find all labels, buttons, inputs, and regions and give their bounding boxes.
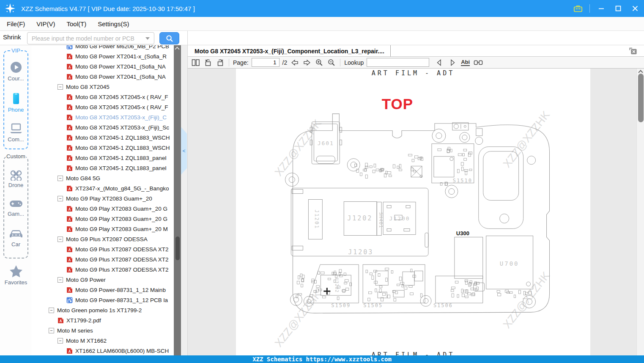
tree-group-row[interactable]: −Moto G8 XT2045 [32,82,174,92]
sidebar-item-game[interactable]: Gam... [4,198,27,217]
tree-file-row[interactable]: Moto G8 Power XT2041-x_(Sofia_R [32,51,174,61]
pcb-component-location-diagram: J601 J1201 J1202 SH401 J1200 J1203 U700 … [236,69,590,355]
tree-file-row[interactable]: XT1799-2.pdf [32,315,174,325]
tree-file-row[interactable]: XT2347-x_(Moto_g84_5G_-_Bangko [32,183,174,193]
tree-file-row[interactable]: Moto G8 XT2045 XT2053-x_(Fiji)_C [32,112,174,122]
menu-tool[interactable]: Tool(T) [67,20,87,28]
tree-item-label: Moto G8 Power M6206_MB_P2 PCB [75,45,169,50]
tree-group-row[interactable]: −Moto G9 Plus XT2087 ODESSA [32,234,174,244]
tree-scrollbar[interactable] [174,45,181,355]
sidebar-item-drone[interactable]: Drone [4,167,27,188]
tree-file-row[interactable]: Moto G8 XT2045 XT2045-x ( RAV_F [32,92,174,102]
zoom-in-icon[interactable] [315,58,324,67]
collapse-minus-icon[interactable]: − [58,84,63,90]
pdf-file-icon [66,287,73,293]
license-briefcase-icon[interactable] [573,3,584,14]
ref-sh401: SH401 [378,212,384,228]
close-document-icon[interactable] [628,47,638,55]
tree-item-label: Moto G8 XT2045 XT2045-x ( RAV_F [75,104,168,110]
tree-file-row[interactable]: XT1662 LLAM600B(L6000) MB-SCH [32,346,174,355]
tree-file-row[interactable]: Moto G8 XT2045-1 ZQL1883_WSCH [32,132,174,143]
tree-file-row[interactable]: Moto G9 Play XT2083 Guam+_20 M [32,224,174,234]
rotate-left-icon[interactable] [203,58,213,67]
tree-file-row[interactable]: Moto G8 XT2045 XT2045-x ( RAV_F [32,102,174,112]
ref-j601: J601 [318,140,334,146]
sidebar-item-computer[interactable]: Com... [4,122,27,143]
tree-file-row[interactable]: Moto G8 XT2045-1 ZQL1883_WSCH [32,143,174,153]
pdf-content-area[interactable]: ART FILM - ADT TOP XZZ@XZZHK XZZ@XZZHK X… [188,69,644,355]
tree-item-label: Moto G9 Power [66,277,106,283]
pdf-file-icon [66,94,73,100]
page-label: Page: [233,59,249,66]
rotate-right-icon[interactable] [216,58,225,67]
tree-file-row[interactable]: Moto G9 Plus XT2087 ODESSA XT2 [32,254,174,264]
collapse-minus-icon[interactable]: − [58,338,63,344]
document-tab[interactable]: Moto G8 XT2045 XT2053-x_(Fiji)_Component… [195,45,391,57]
collapse-panel-handle[interactable]: < [181,127,187,175]
tree-item-label: XT2347-x_(Moto_g84_5G_-_Bangko [75,185,169,192]
model-search-input[interactable] [27,32,154,44]
splitter[interactable] [181,45,187,355]
collapse-minus-icon[interactable]: − [49,308,54,313]
sidebar-item-car[interactable]: Car [4,228,27,248]
menu-vip[interactable]: VIP(V) [36,20,55,28]
lookup-input[interactable] [367,58,429,67]
shrink-button[interactable]: Shrink [3,33,21,41]
tree-file-row[interactable]: Moto G9 Plus XT2087 ODESSA XT2 [32,264,174,275]
tree-item-label: Moto G8 Power XT2041_(Sofia_NA [75,63,166,70]
tree-group-row[interactable]: −Moto Green pomelo 1s XT1799-2 [32,305,174,315]
tree-group-row[interactable]: −Moto G84 5G [32,173,174,183]
tree-file-row[interactable]: Moto G9 Power-88731_1_12 PCB la [32,295,174,305]
find-previous-icon[interactable] [435,58,444,67]
tree-file-row[interactable]: Moto G9 Play XT2083 Guam+_20 G [32,214,174,224]
next-page-icon[interactable] [302,58,312,67]
collapse-minus-icon[interactable]: − [58,196,63,201]
collapse-minus-icon[interactable]: − [49,328,54,333]
zoom-out-icon[interactable] [327,58,336,67]
tree-file-row[interactable]: Moto G8 XT2045-1 ZQL1883_panel [32,163,174,173]
tree-file-row[interactable]: Moto G8 Power M6206_MB_P2 PCB [32,45,174,51]
close-button[interactable] [630,3,641,14]
page-number-input[interactable] [252,58,280,67]
gamepad-icon [9,198,23,209]
menu-file[interactable]: File(F) [7,20,25,28]
collapse-minus-icon[interactable]: − [58,277,63,283]
tree-item-label: Moto G9 Play XT2083 Guam+_20 [66,195,152,202]
tree-group-row[interactable]: −Moto M XT1662 [32,336,174,346]
tree-group-row[interactable]: −Moto G9 Play XT2083 Guam+_20 [32,193,174,204]
collapse-minus-icon[interactable]: − [58,236,63,242]
tree-scrollbar-thumb[interactable] [175,236,180,260]
search-button[interactable] [159,32,179,44]
tree-file-row[interactable]: Moto G8 XT2045-1 ZQL1883_panel [32,153,174,163]
tree-item-label: Moto G8 XT2045-1 ZQL1883_WSCH [75,145,170,151]
play-circle-icon [9,60,23,74]
tree-group-row[interactable]: −Moto G9 Power [32,275,174,285]
tree-file-row[interactable]: Moto G8 Power XT2041_(Sofia_NA [32,72,174,82]
collapse-minus-icon[interactable]: − [58,176,63,181]
sidebar-item-phone[interactable]: Phone [4,92,27,113]
tree-file-row[interactable]: Moto G9 Power-88731_1_12 Mainb [32,285,174,295]
tree-file-row[interactable]: Moto G8 Power XT2041_(Sofia_NA [32,61,174,72]
tree-item-label: Moto G9 Power-88731_1_12 PCB la [75,297,168,303]
find-next-icon[interactable] [448,58,457,67]
viewer-scrollbar[interactable] [636,69,644,355]
minimize-button[interactable] [596,3,607,14]
chevron-down-icon[interactable] [145,37,150,40]
two-page-view-icon[interactable] [191,58,200,67]
text-select-tool[interactable]: Abi [461,59,470,66]
sidebar-item-course[interactable]: Cour... [4,60,27,82]
page-total: /2 [282,59,288,66]
viewer-scrollbar-thumb[interactable] [638,74,644,122]
tree-item-label: Moto G8 Power XT2041_(Sofia_NA [75,74,166,80]
menu-settings[interactable]: Settings(S) [98,20,129,28]
tree-file-row[interactable]: Moto G9 Play XT2083 Guam+_20 G [32,204,174,214]
tree-file-row[interactable]: Moto G8 XT2045 XT2053-x_(Fiji)_Sc [32,122,174,132]
drone-label: Drone [8,182,23,188]
maximize-button[interactable] [613,3,624,14]
previous-page-icon[interactable] [290,58,299,67]
tree-group-row[interactable]: −Moto M series [32,325,174,336]
sidebar-item-favorites[interactable]: Favorites [0,264,32,286]
scroll-up-icon[interactable] [175,47,179,51]
tree-file-row[interactable]: Moto G9 Plus XT2087 ODESSA XT2 [32,244,174,254]
reading-glasses-icon[interactable] [474,58,483,67]
